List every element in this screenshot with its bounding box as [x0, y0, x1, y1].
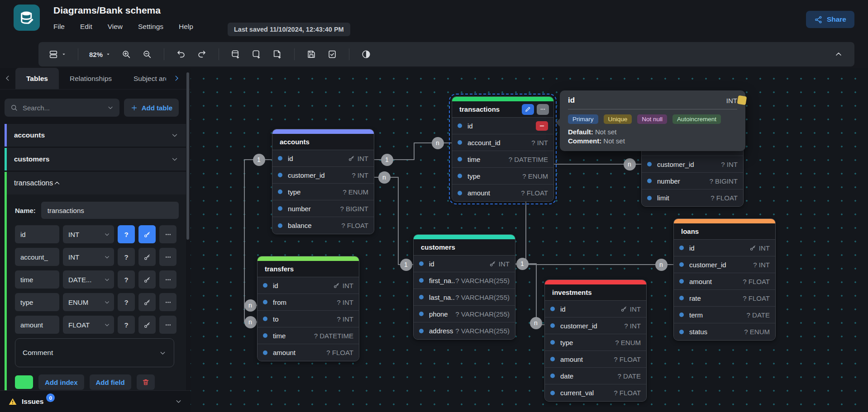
table-header[interactable]: transactions: [452, 101, 553, 118]
table-row-id[interactable]: idINT: [674, 240, 775, 256]
field-type-select[interactable]: ENUM: [63, 293, 114, 311]
table-color-swatch[interactable]: [15, 375, 33, 389]
table-row-limit[interactable]: limit? FLOAT: [642, 189, 743, 206]
delete-field-button[interactable]: [536, 121, 548, 131]
table-row-account_id[interactable]: account_id? INT: [452, 134, 553, 151]
undo-button[interactable]: [172, 46, 190, 63]
field-options-button[interactable]: [159, 225, 176, 243]
table-row-type[interactable]: type? ENUM: [452, 168, 553, 185]
table-row-date[interactable]: date? DATE: [545, 368, 646, 384]
primary-key-toggle[interactable]: [138, 293, 156, 311]
sidebar-table-transactions[interactable]: transactions: [7, 172, 186, 194]
field-type-select[interactable]: DATE...: [63, 270, 114, 289]
table-header[interactable]: loans: [674, 223, 775, 240]
menu-item-edit[interactable]: Edit: [80, 23, 92, 31]
canvas-table-transactions[interactable]: transactionsidaccount_id? INTtime? DATET…: [452, 96, 554, 202]
primary-key-toggle[interactable]: [138, 270, 156, 289]
table-row-amount[interactable]: amount? FLOAT: [452, 185, 553, 201]
table-row-phone[interactable]: phone? VARCHAR(255): [414, 306, 515, 322]
table-row-term[interactable]: term? DATE: [674, 307, 775, 323]
table-row-amount[interactable]: amount? FLOAT: [545, 351, 646, 368]
table-row-id[interactable]: idINT: [414, 256, 515, 272]
field-name-input[interactable]: amount: [15, 316, 59, 334]
zoom-level-select[interactable]: 82%: [86, 51, 114, 58]
canvas-table-loans[interactable]: loansidINTcustomer_id? INTamount? FLOATr…: [673, 218, 776, 341]
toolbar-collapse-button[interactable]: [830, 46, 847, 63]
tab-subject-areas[interactable]: Subject areas: [123, 68, 166, 89]
chevron-down-icon[interactable]: [171, 131, 179, 139]
menu-item-view[interactable]: View: [108, 23, 123, 31]
field-options-button[interactable]: [159, 248, 176, 266]
chevron-right-icon[interactable]: [172, 74, 181, 82]
table-row-customer_id[interactable]: customer_id? INT: [674, 256, 775, 273]
table-header[interactable]: accounts: [272, 134, 374, 150]
nullable-toggle[interactable]: ?: [118, 270, 135, 289]
save-button[interactable]: [303, 46, 320, 63]
table-options-button[interactable]: [537, 104, 549, 115]
field-name-input[interactable]: account_: [15, 248, 59, 266]
share-button[interactable]: Share: [806, 11, 854, 28]
delete-table-button[interactable]: [137, 374, 155, 390]
nullable-toggle[interactable]: ?: [118, 293, 135, 311]
table-name-input[interactable]: [41, 202, 179, 219]
zoom-in-button[interactable]: [118, 46, 135, 63]
field-options-button[interactable]: [159, 316, 176, 334]
nullable-toggle[interactable]: ?: [118, 225, 135, 243]
table-row-time[interactable]: time? DATETIME: [452, 151, 553, 168]
field-options-button[interactable]: [159, 293, 176, 311]
sidebar-table-accounts[interactable]: accounts: [5, 124, 186, 147]
field-name-input[interactable]: time: [15, 270, 59, 289]
field-type-select[interactable]: FLOAT: [63, 316, 114, 334]
search-input[interactable]: Search...: [5, 99, 119, 117]
table-row-number[interactable]: number? BIGINT: [272, 200, 374, 217]
table-row-number[interactable]: number? BIGINT: [642, 173, 743, 189]
add-field-button[interactable]: Add field: [90, 374, 131, 390]
canvas-table-customers[interactable]: customersidINTfirst_na...? VARCHAR(255)l…: [413, 234, 515, 340]
comment-collapsible[interactable]: Comment: [15, 338, 174, 367]
table-row-from[interactable]: from? INT: [258, 294, 359, 311]
table-row-time[interactable]: time? DATETIME: [258, 327, 359, 344]
table-row-customer_id[interactable]: customer_id? INT: [272, 167, 374, 184]
add-table-button[interactable]: Add table: [124, 99, 179, 117]
field-name-input[interactable]: id: [15, 225, 59, 243]
issues-bar[interactable]: Issues 0: [0, 390, 191, 412]
table-row-customer_id[interactable]: customer_id? INT: [642, 156, 743, 173]
table-row-id[interactable]: idINT: [258, 277, 359, 294]
redo-button[interactable]: [193, 46, 210, 63]
primary-key-toggle[interactable]: [138, 248, 156, 266]
table-row-first_na...[interactable]: first_na...? VARCHAR(255): [414, 272, 515, 289]
canvas-table-investments[interactable]: investmentsidINTcustomer_id? INTtype? EN…: [544, 279, 647, 402]
menu-item-settings[interactable]: Settings: [138, 23, 163, 31]
chevron-up-icon[interactable]: [53, 179, 61, 187]
table-row-to[interactable]: to? INT: [258, 311, 359, 327]
field-options-button[interactable]: [159, 270, 176, 289]
table-row-last_na...[interactable]: last_na...? VARCHAR(255): [414, 289, 515, 306]
sidebar-table-customers[interactable]: customers: [5, 148, 186, 170]
sidebar-scrollbar[interactable]: [186, 72, 189, 240]
table-header[interactable]: investments: [545, 284, 646, 301]
add-area-button[interactable]: [248, 46, 265, 63]
table-header[interactable]: customers: [414, 239, 515, 256]
menu-item-help[interactable]: Help: [179, 23, 193, 31]
tab-relationships[interactable]: Relationships: [59, 68, 123, 89]
field-type-select[interactable]: INT: [63, 248, 114, 266]
primary-key-toggle[interactable]: [138, 316, 156, 334]
relationship-line[interactable]: [374, 177, 413, 265]
table-row-amount[interactable]: amount? FLOAT: [674, 273, 775, 290]
table-row-type[interactable]: type? ENUM: [272, 184, 374, 200]
table-row-customer_id[interactable]: customer_id? INT: [545, 317, 646, 334]
todo-button[interactable]: [324, 46, 341, 63]
diagram-canvas[interactable]: 1nn1nn11nnnaccountsidINTcustomer_id? INT…: [191, 68, 868, 412]
table-row-rate[interactable]: rate? FLOAT: [674, 290, 775, 307]
table-row-id[interactable]: idINT: [545, 301, 646, 317]
nullable-toggle[interactable]: ?: [118, 248, 135, 266]
nullable-toggle[interactable]: ?: [118, 316, 135, 334]
table-row-id[interactable]: id: [452, 118, 553, 134]
field-name-input[interactable]: type: [15, 293, 59, 311]
zoom-out-button[interactable]: [138, 46, 156, 63]
table-row-status[interactable]: status? ENUM: [674, 323, 775, 340]
chevron-down-icon[interactable]: [171, 155, 179, 163]
table-row-current_val[interactable]: current_val? FLOAT: [545, 384, 646, 401]
relationship-line[interactable]: [516, 264, 544, 325]
menu-item-file[interactable]: File: [53, 23, 65, 31]
